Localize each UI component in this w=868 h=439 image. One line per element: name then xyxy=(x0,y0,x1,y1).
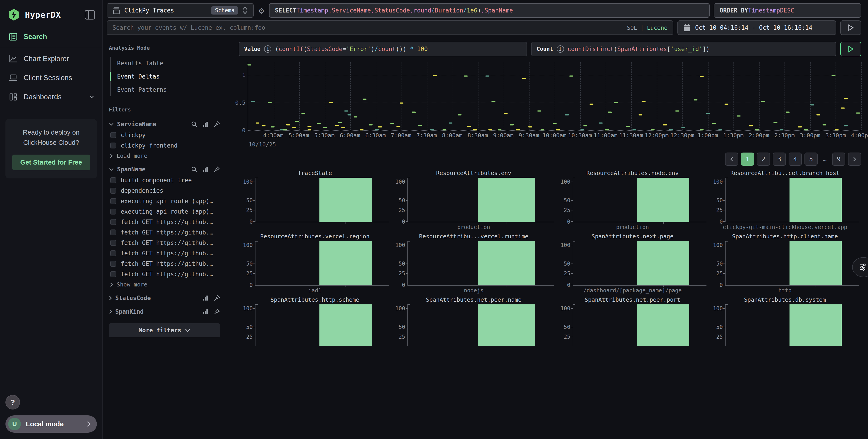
chart-icon-button[interactable] xyxy=(203,121,209,127)
attribute-chart-plot xyxy=(407,178,554,222)
checkbox[interactable] xyxy=(110,230,116,235)
y-axis-tick-label: 100 xyxy=(243,179,253,185)
data-point xyxy=(485,76,489,77)
chart-icon-button[interactable] xyxy=(203,166,209,172)
attribute-chart-category-label: http xyxy=(711,287,859,294)
data-point xyxy=(749,125,753,126)
sidebar-collapse-icon[interactable] xyxy=(85,10,95,20)
filter-checkbox-item[interactable]: fetch GET https://github.… xyxy=(109,217,220,227)
checkbox[interactable] xyxy=(110,251,116,256)
data-point xyxy=(251,101,255,102)
more-filters-button[interactable]: More filters xyxy=(109,323,220,337)
data-point xyxy=(844,98,848,99)
mode-lucene-toggle[interactable]: Lucene xyxy=(647,25,668,31)
code-token: StatusCode xyxy=(374,7,410,14)
bar-chart-icon xyxy=(203,121,209,127)
count-expression-input[interactable]: Count i countDistinct(SpanAttributes['us… xyxy=(531,42,836,56)
pin-icon-button[interactable] xyxy=(214,295,220,301)
schema-badge[interactable]: Schema xyxy=(211,6,238,14)
checkbox[interactable] xyxy=(110,143,116,148)
filter-checkbox-item[interactable]: executing api route (app)… xyxy=(109,206,220,217)
run-query-button[interactable] xyxy=(840,42,861,56)
gridline-h xyxy=(248,130,861,131)
page-button-9[interactable]: 9 xyxy=(832,152,845,166)
page-button-4[interactable]: 4 xyxy=(788,152,802,166)
filter-checkbox-item[interactable]: build component tree xyxy=(109,175,220,185)
filter-checkbox-item[interactable]: clickpy xyxy=(109,130,220,140)
checkbox[interactable] xyxy=(110,177,116,183)
date-range-picker[interactable]: Oct 10 04:16:14 - Oct 10 16:16:14 xyxy=(677,21,836,35)
filter-checkbox-item[interactable]: fetch GET https://github.… xyxy=(109,269,220,280)
analysis-mode-results-table[interactable]: Results Table xyxy=(111,57,220,70)
y-axis-tick-label: 25 xyxy=(399,207,405,213)
sidebar-item-client-sessions[interactable]: Client Sessions xyxy=(5,68,97,87)
checkbox[interactable] xyxy=(110,198,116,204)
order-by-input[interactable]: ORDER BY Timestamp DESC xyxy=(714,3,861,18)
analysis-mode-event-patterns[interactable]: Event Patterns xyxy=(111,83,220,96)
source-selector[interactable]: ClickPy Traces Schema xyxy=(106,3,254,18)
x-axis-tick-label: 11:00am xyxy=(594,132,618,139)
filter-checkbox-item[interactable]: fetch GET https://github.… xyxy=(109,259,220,269)
filter-checkbox-item[interactable]: fetch GET https://github.… xyxy=(109,238,220,248)
code-token: () xyxy=(396,46,403,53)
attribute-chart: TraceState10050250 xyxy=(239,170,391,231)
sidebar-item-label: Chart Explorer xyxy=(24,55,69,63)
filter-checkbox-item[interactable]: executing api route (app)… xyxy=(109,196,220,206)
page-button-3[interactable]: 3 xyxy=(773,152,786,166)
promo-line1: Ready to deploy on xyxy=(23,129,80,136)
page-prev-button[interactable] xyxy=(725,152,738,166)
filter-show-more[interactable]: Show more xyxy=(109,280,220,290)
sidebar-item-search[interactable]: Search xyxy=(5,27,97,46)
filter-group-header-servicename[interactable]: ServiceName xyxy=(109,118,220,130)
gear-icon[interactable]: ⚙ xyxy=(258,3,265,18)
attribute-chart-plot xyxy=(725,241,859,286)
data-point xyxy=(786,112,789,113)
checkbox[interactable] xyxy=(110,271,116,277)
value-expression-input[interactable]: Value i (countIf(StatusCode='Error')/cou… xyxy=(239,42,527,56)
pagination: 12345…9 xyxy=(725,152,861,166)
filter-checkbox-item[interactable]: fetch GET https://github.… xyxy=(109,248,220,259)
attribute-chart: ResourceAttribu...vercel.runtime10050250… xyxy=(391,233,556,294)
filter-checkbox-item[interactable]: dependencies xyxy=(109,185,220,196)
page-button-5[interactable]: 5 xyxy=(804,152,818,166)
checkbox[interactable] xyxy=(110,132,116,138)
filter-group-header-spankind[interactable]: SpanKind xyxy=(109,306,220,317)
y-axis-tick-label: 0.5 xyxy=(235,99,245,106)
filter-checkbox-item[interactable]: clickpy-frontend xyxy=(109,140,220,151)
search-icon-button[interactable] xyxy=(191,166,197,173)
pin-icon-button[interactable] xyxy=(214,166,220,173)
checkbox[interactable] xyxy=(110,219,116,225)
search-icon-button[interactable] xyxy=(191,121,197,127)
checkbox[interactable] xyxy=(110,261,116,267)
bar xyxy=(319,304,371,346)
page-button-1[interactable]: 1 xyxy=(741,152,754,166)
filter-checkbox-item[interactable]: fetch GET https://github.… xyxy=(109,227,220,238)
select-chevrons-icon[interactable] xyxy=(242,6,248,15)
select-query-input[interactable]: SELECT Timestamp, ServiceName, StatusCod… xyxy=(269,3,710,18)
account-menu[interactable]: U Local mode xyxy=(5,415,97,433)
checkbox[interactable] xyxy=(110,209,116,214)
sidebar-item-dashboards[interactable]: Dashboards xyxy=(5,87,97,107)
get-started-button[interactable]: Get Started for Free xyxy=(12,154,90,170)
checkbox[interactable] xyxy=(110,188,116,194)
run-search-button[interactable] xyxy=(840,21,861,35)
help-button[interactable]: ? xyxy=(5,395,20,409)
pin-icon-button[interactable] xyxy=(214,121,220,127)
chart-icon-button[interactable] xyxy=(203,309,209,315)
page-next-button[interactable] xyxy=(848,152,861,166)
analysis-mode-event-deltas[interactable]: Event Deltas xyxy=(111,70,220,83)
filter-group-header-spanname[interactable]: SpanName xyxy=(109,164,220,175)
sidebar-item-chart-explorer[interactable]: Chart Explorer xyxy=(5,49,97,68)
search-input[interactable] xyxy=(113,24,622,31)
page-button-2[interactable]: 2 xyxy=(757,152,770,166)
chevron-right-icon xyxy=(109,296,112,300)
data-point xyxy=(537,110,541,112)
mode-sql-toggle[interactable]: SQL xyxy=(627,25,637,31)
filter-load-more[interactable]: Load more xyxy=(109,151,220,162)
topbar: ClickPy Traces Schema ⚙ SELECT Timestamp… xyxy=(102,0,868,36)
chart-icon-button[interactable] xyxy=(203,295,209,301)
checkbox[interactable] xyxy=(110,240,116,246)
filter-group-header-statuscode[interactable]: StatusCode xyxy=(109,292,220,304)
pin-icon-button[interactable] xyxy=(214,309,220,315)
data-point xyxy=(467,126,471,127)
